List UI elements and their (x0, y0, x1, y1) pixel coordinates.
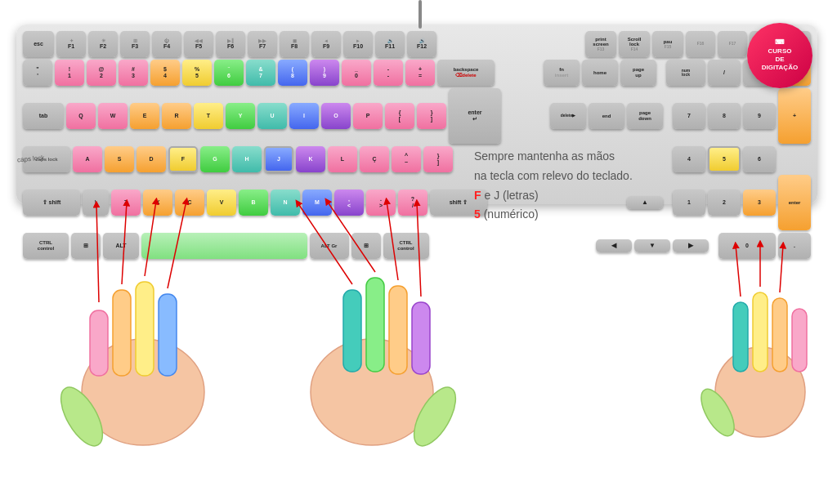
key-w[interactable]: W (98, 103, 128, 129)
key-bracket-open[interactable]: {[ (385, 103, 414, 129)
key-num-5[interactable]: 5 (708, 146, 741, 172)
key-shift-left[interactable]: ⇧ shift (23, 190, 80, 216)
key-esc[interactable]: esc (23, 31, 54, 57)
key-delete[interactable]: delete▶ (550, 103, 586, 129)
key-f11[interactable]: 🔉F11 (375, 31, 405, 57)
key-num-0[interactable]: 0 (718, 233, 776, 259)
key-curly-close[interactable]: }] (423, 146, 453, 172)
key-num-2[interactable]: 2 (708, 190, 741, 216)
key-num-decimal[interactable]: . (778, 233, 811, 259)
key-pagedown[interactable]: pagedown (627, 103, 663, 129)
key-ctrl-left[interactable]: CTRLcontrol (23, 233, 69, 259)
key-f9[interactable]: ◄F9 (311, 31, 341, 57)
key-c[interactable]: C (175, 190, 204, 216)
key-j[interactable]: J (264, 146, 293, 172)
key-1[interactable]: !1 (55, 60, 84, 86)
key-num-9[interactable]: 9 (743, 103, 776, 129)
key-x[interactable]: X (143, 190, 172, 216)
key-comma[interactable]: ,< (334, 190, 364, 216)
key-8[interactable]: (8 (278, 60, 307, 86)
key-e[interactable]: E (130, 103, 159, 129)
key-f[interactable]: F (168, 146, 198, 172)
key-arrow-right[interactable]: ▶ (673, 239, 709, 252)
key-p[interactable]: P (353, 103, 383, 129)
key-enter[interactable]: enter↵ (449, 88, 501, 144)
key-m[interactable]: M (302, 190, 332, 216)
key-f7[interactable]: ▶▶F7 (248, 31, 277, 57)
key-win-left[interactable]: ⊞ (71, 233, 101, 259)
key-num-3[interactable]: 3 (743, 190, 776, 216)
key-r[interactable]: R (162, 103, 191, 129)
key-9[interactable]: )9 (310, 60, 339, 86)
key-5[interactable]: %5 (182, 60, 212, 86)
key-f12[interactable]: 🔊F12 (407, 31, 436, 57)
key-fn[interactable]: fninsert (544, 60, 580, 86)
key-h[interactable]: H (232, 146, 262, 172)
key-home[interactable]: home (582, 60, 618, 86)
key-tab[interactable]: tab (23, 103, 64, 129)
key-n[interactable]: N (271, 190, 300, 216)
key-pause[interactable]: pauF15 (652, 31, 683, 57)
key-f1[interactable]: ✦F1 (56, 31, 86, 57)
key-plus[interactable]: += (405, 60, 435, 86)
key-arrow-down[interactable]: ▼ (634, 239, 670, 252)
key-tilde-key[interactable]: ^~ (392, 146, 421, 172)
key-g[interactable]: G (200, 146, 230, 172)
key-num-slash[interactable]: / (708, 60, 741, 86)
key-slash[interactable]: ?/ (398, 190, 427, 216)
key-q[interactable]: Q (66, 103, 96, 129)
key-f6[interactable]: ▶‖F6 (216, 31, 245, 57)
key-f3[interactable]: ⊞F3 (120, 31, 150, 57)
key-period[interactable]: .> (366, 190, 396, 216)
key-f2[interactable]: ☀F2 (88, 31, 118, 57)
key-tilde[interactable]: "' (23, 60, 52, 86)
key-win-right[interactable]: ⊞ (351, 233, 381, 259)
key-i[interactable]: I (289, 103, 319, 129)
key-s[interactable]: S (105, 146, 134, 172)
key-3[interactable]: #3 (119, 60, 148, 86)
key-l[interactable]: L (328, 146, 357, 172)
key-pageup[interactable]: pageup (620, 60, 656, 86)
key-t[interactable]: T (194, 103, 223, 129)
key-y[interactable]: Y (226, 103, 255, 129)
key-num-1[interactable]: 1 (673, 190, 705, 216)
key-backspace[interactable]: backspace⌫delete (437, 60, 495, 86)
key-backslash[interactable]: \ (83, 190, 109, 216)
key-f5[interactable]: ◀◀F5 (184, 31, 213, 57)
key-7[interactable]: &7 (246, 60, 275, 86)
key-num-6[interactable]: 6 (743, 146, 776, 172)
key-d[interactable]: D (137, 146, 166, 172)
key-f10[interactable]: ►F10 (343, 31, 373, 57)
key-f4[interactable]: ⏻F4 (152, 31, 181, 57)
key-u[interactable]: U (257, 103, 287, 129)
key-cedilla[interactable]: Ç (360, 146, 389, 172)
key-o[interactable]: O (321, 103, 351, 129)
key-num-enter[interactable]: enter (778, 175, 811, 230)
key-z[interactable]: Z (111, 190, 141, 216)
key-a[interactable]: A (73, 146, 102, 172)
key-b[interactable]: B (239, 190, 268, 216)
key-4[interactable]: $4 (150, 60, 180, 86)
key-num-7[interactable]: 7 (673, 103, 705, 129)
key-num-8[interactable]: 8 (708, 103, 741, 129)
key-numlock[interactable]: numlock (666, 60, 705, 86)
key-arrow-left[interactable]: ◀ (596, 239, 632, 252)
key-print-screen[interactable]: printscreenF13 (585, 31, 616, 57)
key-alt-left[interactable]: ALT (103, 233, 139, 259)
key-alt-gr[interactable]: ALT Gr (310, 233, 349, 259)
key-num-plus[interactable]: + (778, 88, 811, 144)
key-end[interactable]: end (589, 103, 624, 129)
key-minus[interactable]: -- (374, 60, 403, 86)
key-v[interactable]: V (207, 190, 236, 216)
key-0[interactable]: _0 (342, 60, 371, 86)
key-ctrl-right[interactable]: CTRLcontrol (383, 233, 429, 259)
key-scroll-lock[interactable]: ScrolllockF14 (619, 31, 650, 57)
key-bracket-close[interactable]: }] (417, 103, 446, 129)
key-spacebar[interactable] (141, 233, 307, 259)
key-6[interactable]: ¨6 (214, 60, 244, 86)
key-2[interactable]: @2 (87, 60, 116, 86)
key-f8[interactable]: ◼F8 (280, 31, 309, 57)
key-f16[interactable]: F16 (686, 31, 715, 57)
key-k[interactable]: K (296, 146, 325, 172)
key-num-4[interactable]: 4 (673, 146, 705, 172)
